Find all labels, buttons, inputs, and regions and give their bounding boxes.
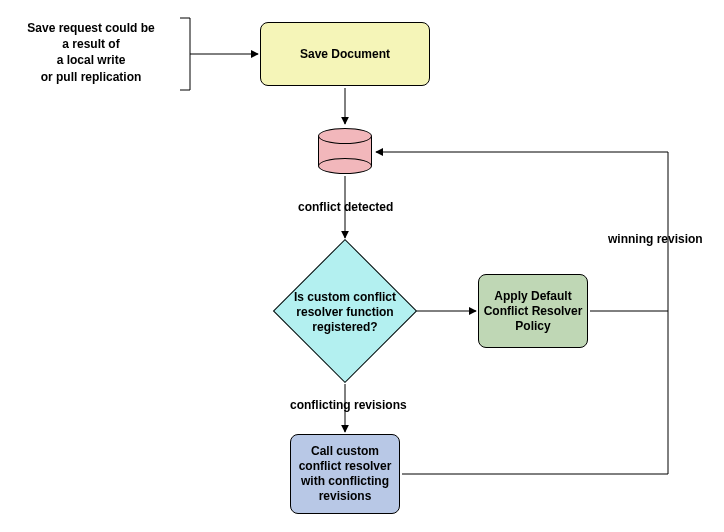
- node-apply-default: Apply Default Conflict Resolver Policy: [478, 274, 588, 348]
- edge-label-conflict-detected: conflict detected: [298, 200, 393, 214]
- node-save-document-label: Save Document: [300, 47, 390, 62]
- node-call-custom: Call custom conflict resolver with confl…: [290, 434, 400, 514]
- edge-label-conflicting-revisions: conflicting revisions: [290, 398, 407, 412]
- node-apply-default-label: Apply Default Conflict Resolver Policy: [483, 289, 583, 334]
- annotation-save-request: Save request could bea result ofa local …: [6, 20, 176, 85]
- node-decision-label: Is custom conflict resolver function reg…: [275, 242, 415, 382]
- node-save-document: Save Document: [260, 22, 430, 86]
- node-call-custom-label: Call custom conflict resolver with confl…: [295, 444, 395, 504]
- edge-label-winning-revision: winning revision: [608, 232, 703, 246]
- node-datastore: [318, 128, 372, 174]
